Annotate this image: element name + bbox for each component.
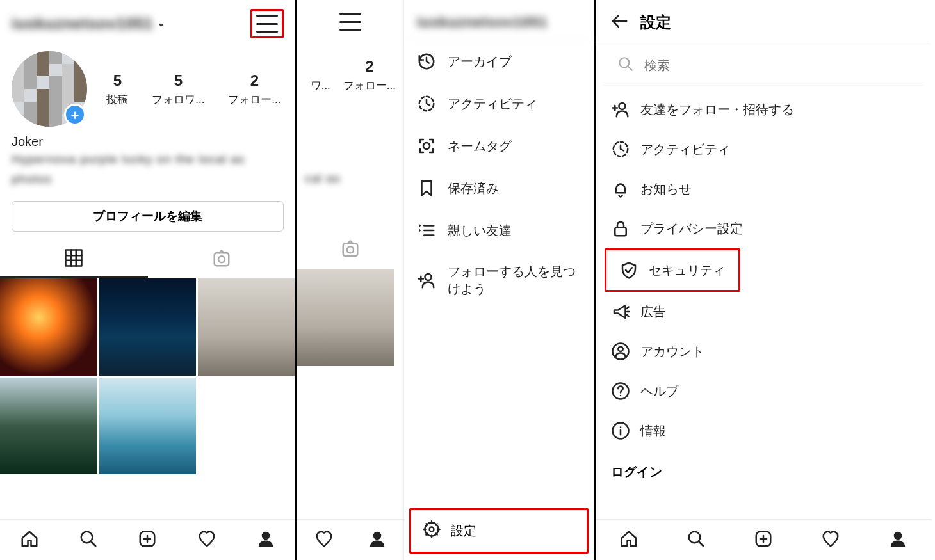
- partial-tagged-icon[interactable]: [341, 239, 360, 261]
- username-switcher[interactable]: iuskuznetsov1051 ⌄: [12, 15, 165, 33]
- svg-line-35: [627, 307, 629, 309]
- hamburger-menu-icon[interactable]: [339, 13, 361, 31]
- drawer-item-activity[interactable]: アクティビティ: [404, 83, 594, 125]
- avatar-wrap[interactable]: ＋: [12, 51, 87, 127]
- tab-grid[interactable]: [0, 242, 148, 278]
- gear-icon: [423, 520, 441, 541]
- nametag-icon: [417, 136, 436, 156]
- stat-following[interactable]: 2 フォロー...: [228, 72, 280, 107]
- settings-item-privacy[interactable]: プライバシー設定: [596, 209, 931, 248]
- drawer-item-saved[interactable]: 保存済み: [404, 167, 594, 209]
- svg-point-39: [618, 347, 623, 352]
- profile-header: iuskuznetsov1051 ⌄: [0, 0, 295, 46]
- drawer-item-label: アーカイブ: [448, 53, 512, 70]
- partial-followers-num: [311, 58, 330, 76]
- login-section-label: ログイン: [596, 451, 931, 486]
- nav-heart-icon[interactable]: [197, 529, 216, 551]
- search-input[interactable]: [644, 58, 909, 73]
- account-icon: [611, 342, 630, 361]
- post-thumb-5[interactable]: [99, 378, 197, 475]
- drawer-item-archive[interactable]: アーカイブ: [404, 40, 594, 83]
- settings-item-label: セキュリティ: [649, 262, 726, 279]
- edit-profile-button[interactable]: プロフィールを編集: [12, 201, 284, 232]
- drawer-item-nametag[interactable]: ネームタグ: [404, 125, 594, 167]
- highlight-hamburger: [250, 9, 284, 38]
- settings-item-account[interactable]: アカウント: [596, 332, 931, 371]
- settings-item-follow-invite[interactable]: 友達をフォロー・招待する: [596, 90, 931, 129]
- nav-home-icon[interactable]: [20, 529, 39, 551]
- settings-item-label: 情報: [640, 422, 666, 440]
- partial-stats: ワ... 2 フォロー...: [297, 38, 403, 93]
- settings-item-label: 広告: [640, 303, 666, 321]
- search-icon: [617, 56, 634, 75]
- tagged-icon: [212, 249, 231, 271]
- settings-item-notifications[interactable]: お知らせ: [596, 169, 931, 209]
- close-friends-icon: [417, 221, 436, 240]
- bookmark-icon: [417, 179, 436, 198]
- settings-screen: 設定 友達をフォロー・招待する アクティビティ お知らせ プライバシー設定 セキ…: [596, 0, 931, 560]
- svg-rect-34: [615, 228, 626, 236]
- username-label: iuskuznetsov1051: [12, 15, 153, 33]
- drawer-item-close-friends[interactable]: 親しい友達: [404, 209, 594, 252]
- nav-profile-icon[interactable]: [256, 529, 275, 551]
- nav-search-icon[interactable]: [687, 529, 706, 551]
- svg-point-14: [347, 246, 354, 253]
- partial-stat-following[interactable]: 2 フォロー...: [343, 58, 396, 93]
- info-icon: [611, 421, 630, 440]
- settings-item-security[interactable]: セキュリティ: [610, 254, 735, 286]
- post-thumb-1[interactable]: [0, 278, 97, 376]
- nav-heart-icon[interactable]: [314, 529, 334, 551]
- svg-point-43: [620, 426, 622, 428]
- settings-title: 設定: [640, 12, 671, 33]
- settings-bottom-nav: [596, 519, 931, 560]
- partial-bio: cal as: [297, 93, 403, 188]
- svg-point-41: [620, 395, 622, 397]
- settings-item-label: 友達をフォロー・招待する: [640, 101, 794, 118]
- nav-add-icon[interactable]: [754, 529, 773, 551]
- stat-followers-label: フォロワ...: [152, 92, 204, 107]
- settings-item-help[interactable]: ヘルプ: [596, 371, 931, 411]
- post-thumb-4[interactable]: [0, 378, 97, 475]
- stat-following-label: フォロー...: [228, 92, 280, 107]
- settings-item-info[interactable]: 情報: [596, 411, 931, 451]
- settings-item-ads[interactable]: 広告: [596, 292, 931, 332]
- stat-posts-label: 投稿: [106, 92, 128, 107]
- archive-icon: [417, 52, 436, 71]
- add-story-icon[interactable]: ＋: [64, 104, 86, 125]
- nav-add-icon[interactable]: [138, 529, 157, 551]
- svg-line-37: [627, 315, 629, 317]
- partial-thumb[interactable]: [297, 269, 394, 366]
- post-grid: [0, 278, 295, 474]
- nav-profile-icon[interactable]: [368, 529, 387, 551]
- svg-point-12: [262, 531, 270, 540]
- stat-followers[interactable]: 5 フォロワ...: [152, 72, 204, 107]
- back-arrow-icon[interactable]: [610, 12, 629, 33]
- nav-search-icon[interactable]: [79, 529, 98, 551]
- settings-item-activity[interactable]: アクティビティ: [596, 129, 931, 169]
- display-name: Joker: [12, 134, 284, 149]
- partial-stat-followers[interactable]: ワ...: [311, 58, 330, 93]
- svg-point-18: [423, 143, 430, 149]
- partial-bottom-nav: [297, 519, 403, 560]
- settings-item-label: アカウント: [640, 343, 704, 360]
- stat-posts[interactable]: 5 投稿: [106, 72, 128, 107]
- drawer-item-label: ネームタグ: [448, 138, 512, 155]
- bio-line-1: Hypernova purple lucky on the local as: [12, 150, 284, 169]
- nav-heart-icon[interactable]: [821, 529, 840, 551]
- tab-tagged[interactable]: [148, 242, 296, 278]
- post-thumb-3[interactable]: [198, 278, 295, 376]
- nav-profile-icon[interactable]: [888, 529, 907, 551]
- drawer-item-discover[interactable]: フォローする人を見つけよう: [404, 252, 594, 309]
- stats-row: 5 投稿 5 フォロワ... 2 フォロー...: [104, 72, 284, 107]
- bottom-nav: [0, 519, 295, 560]
- hamburger-menu-icon[interactable]: [256, 15, 278, 33]
- side-drawer: iuskuznetsov1051 アーカイブ アクティビティ ネームタグ 保存済…: [403, 0, 594, 560]
- search-row[interactable]: [603, 45, 923, 86]
- drawer-footer-settings[interactable]: 設定: [412, 511, 585, 550]
- settings-item-label: アクティビティ: [640, 141, 730, 158]
- post-thumb-2[interactable]: [99, 278, 197, 376]
- activity-icon: [417, 94, 436, 113]
- svg-rect-0: [66, 250, 82, 266]
- partial-followers-label: ワ...: [311, 78, 330, 93]
- nav-home-icon[interactable]: [619, 529, 638, 551]
